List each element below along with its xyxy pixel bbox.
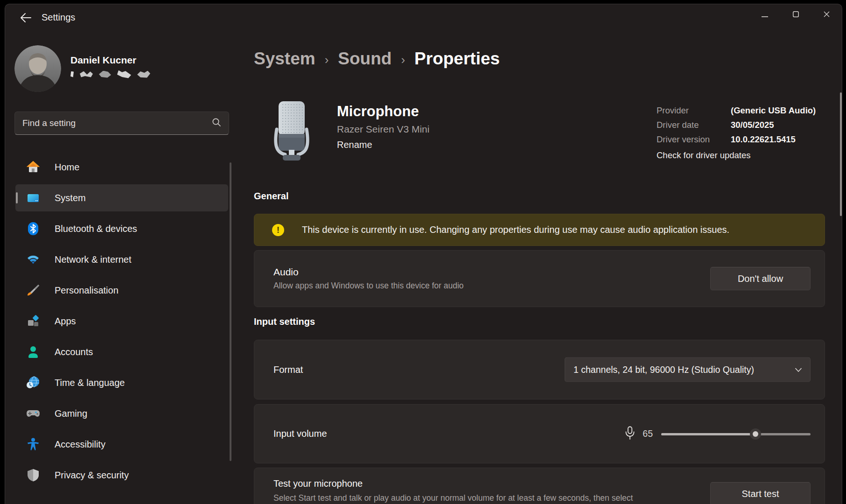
main-scrollbar[interactable] [840,92,842,216]
user-name: Daniel Kucner [70,55,156,66]
sidebar-item-label: Apps [55,316,76,327]
driver-info-value: (Generic USB Audio) [731,105,816,116]
sidebar-item-accounts[interactable]: Accounts [15,338,228,365]
input-volume-card: Input volume 65 [254,404,825,463]
sidebar-item-label: Accessibility [55,439,105,450]
privacy-icon [26,468,41,483]
sidebar-item-gaming[interactable]: Gaming [15,400,228,427]
maximize-button[interactable] [780,4,811,26]
test-microphone-title: Test your microphone [273,478,363,489]
device-name: Microphone [337,103,429,120]
breadcrumb-separator: › [325,51,329,67]
close-icon [824,11,830,19]
breadcrumb: System › Sound › Properties [254,49,500,69]
sidebar-nav: Home System [15,154,228,492]
format-card: Format 1 channels, 24 bit, 96000 Hz (Stu… [254,340,825,399]
dont-allow-button[interactable]: Don't allow [710,267,811,290]
audio-text: Audio Allow apps and Windows to use this… [273,266,464,291]
page-title: Properties [414,49,500,69]
start-test-button[interactable]: Start test [710,482,811,504]
redacted-user-email [70,70,156,78]
caption-controls [749,4,842,26]
input-volume-slider[interactable] [661,428,811,440]
in-use-warning-banner: ! This device is currently in use. Chang… [254,214,825,246]
back-arrow-icon [20,13,32,25]
sidebar-item-label: Gaming [55,408,87,419]
redacted-blob [117,70,131,78]
sidebar-item-accessibility[interactable]: Accessibility [15,431,228,458]
slider-thumb[interactable] [750,428,761,440]
chevron-down-icon [795,365,802,374]
sidebar: Daniel Kucner Find a setting [5,30,238,504]
sidebar-item-label: Accounts [55,347,93,357]
bluetooth-icon [26,221,41,236]
sidebar-item-network[interactable]: Network & internet [15,246,228,273]
sidebar-item-personalisation[interactable]: Personalisation [15,277,228,304]
audio-card: Audio Allow apps and Windows to use this… [254,250,825,307]
sidebar-item-label: Network & internet [55,254,132,265]
general-heading: General [254,191,288,202]
redacted-blob [70,71,74,77]
microphone-device-icon [270,100,313,172]
sidebar-item-bluetooth[interactable]: Bluetooth & devices [15,215,228,242]
home-icon [26,160,41,175]
warning-icon: ! [272,224,284,236]
format-value: 1 channels, 24 bit, 96000 Hz (Studio Qua… [573,364,795,375]
driver-info-label: Driver date [657,119,718,130]
sidebar-item-time-language[interactable]: Time & language [15,369,228,396]
sidebar-item-home[interactable]: Home [15,154,228,181]
settings-window: Settings Daniel Kucner [5,4,842,504]
search-input[interactable]: Find a setting [14,112,229,135]
maximize-icon [793,11,799,19]
breadcrumb-system[interactable]: System [254,49,315,69]
input-volume-label: Input volume [273,428,327,439]
time-language-icon [26,375,41,390]
slider-fill [661,433,755,435]
microphone-icon[interactable] [625,426,635,442]
search-icon [212,118,221,129]
main-content: System › Sound › Properties [254,30,842,504]
audio-title: Audio [273,266,464,278]
check-driver-updates-link[interactable]: Check for driver updates [657,150,816,161]
input-volume-value: 65 [643,428,653,439]
driver-info-value: 10.0.22621.5415 [731,134,816,145]
sidebar-item-privacy[interactable]: Privacy & security [15,462,228,489]
accessibility-icon [26,437,41,452]
minimize-icon [762,11,768,19]
avatar[interactable] [14,45,61,92]
accounts-icon [26,344,41,359]
sidebar-item-label: Privacy & security [55,470,129,481]
sidebar-item-apps[interactable]: Apps [15,308,228,335]
warning-text: This device is currently in use. Changin… [302,224,729,235]
title-bar: Settings [5,4,842,30]
back-button[interactable] [16,11,35,27]
sidebar-item-label: Time & language [55,378,125,388]
breadcrumb-sound[interactable]: Sound [338,49,392,69]
sidebar-item-label: Personalisation [55,285,119,296]
sidebar-item-label: System [55,193,86,203]
apps-icon [26,314,41,329]
device-header: Microphone Razer Seiren V3 Mini Rename [337,103,429,150]
input-volume-controls: 65 [625,426,811,442]
app-title: Settings [42,12,75,23]
redacted-blob [80,71,93,77]
input-settings-heading: Input settings [254,316,315,327]
format-dropdown[interactable]: 1 channels, 24 bit, 96000 Hz (Studio Qua… [565,357,811,382]
search-placeholder: Find a setting [22,118,212,128]
driver-info: Provider (Generic USB Audio) Driver date… [657,105,816,161]
device-model: Razer Seiren V3 Mini [337,124,429,135]
driver-info-value: 30/05/2025 [731,119,816,130]
rename-link[interactable]: Rename [337,140,429,150]
audio-subtitle: Allow apps and Windows to use this devic… [273,281,464,291]
close-button[interactable] [811,4,842,26]
driver-info-label: Provider [657,105,718,116]
redacted-blob [137,71,150,78]
selection-pill [16,192,18,203]
minimize-button[interactable] [749,4,780,26]
sidebar-item-label: Bluetooth & devices [55,224,137,234]
format-label: Format [273,364,303,375]
sidebar-scrollbar[interactable] [230,162,231,461]
redacted-blob [99,71,111,78]
sidebar-item-system[interactable]: System [15,184,228,211]
personalisation-icon [26,283,41,298]
